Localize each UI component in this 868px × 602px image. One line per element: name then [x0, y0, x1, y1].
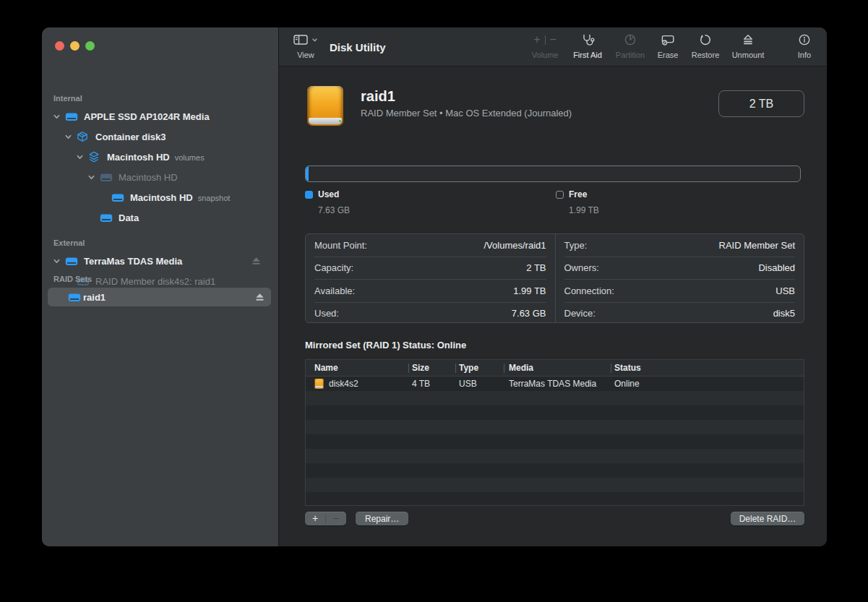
- restore-button[interactable]: Restore: [685, 32, 726, 59]
- sidebar-item-container-disk3[interactable]: Container disk3: [42, 126, 278, 147]
- chevron-down-icon[interactable]: [53, 257, 61, 265]
- main-pane: View Disk Utility + − Volume First Aid: [278, 27, 827, 546]
- legend-free: Free 1.99 TB: [556, 189, 599, 215]
- repair-button[interactable]: Repair…: [356, 512, 408, 525]
- volumes-stack-icon: [88, 151, 100, 163]
- detail-row: Mount Point:/Volumes/raid1: [314, 234, 546, 257]
- info-icon: [798, 33, 811, 46]
- detail-row: Connection:USB: [564, 280, 796, 303]
- sidebar-item-terramas[interactable]: TerraMas TDAS Media: [42, 251, 278, 271]
- close-button[interactable]: [55, 41, 64, 51]
- detail-row: Used:7.63 GB: [314, 303, 546, 325]
- column-header-type: Type: [459, 363, 478, 373]
- volume-button: + − Volume: [525, 32, 565, 59]
- column-divider: [504, 364, 504, 373]
- raid-set-status-title: Mirrored Set (RAID 1) Status: Online: [305, 340, 466, 351]
- volume-subtitle: RAID Member Set • Mac OS Extended (Journ…: [361, 108, 572, 119]
- disk-utility-window: Internal APPLE SSD AP1024R Media Contain…: [42, 27, 827, 546]
- column-header-name: Name: [314, 363, 338, 373]
- sidebar-item-macintosh-hd-dimmed[interactable]: Macintosh HD: [42, 167, 278, 187]
- column-divider: [611, 364, 611, 373]
- section-label-internal: Internal: [53, 94, 82, 103]
- erase-icon: [661, 34, 675, 46]
- first-aid-button[interactable]: First Aid: [567, 32, 608, 59]
- unmount-button[interactable]: Unmount: [728, 32, 768, 59]
- free-value: 1.99 TB: [569, 205, 599, 215]
- delete-raid-button[interactable]: Delete RAID…: [731, 512, 804, 525]
- item-tag: volumes: [175, 153, 205, 162]
- remove-member-button: −: [326, 512, 346, 525]
- minimize-button[interactable]: [70, 41, 80, 51]
- window-controls: [55, 41, 95, 51]
- column-header-media: Media: [509, 363, 533, 373]
- chevron-down-icon[interactable]: [76, 153, 84, 161]
- detail-row: Capacity:2 TB: [314, 257, 546, 280]
- sidebar-item-data[interactable]: Data: [42, 207, 278, 228]
- drive-icon: [65, 111, 78, 122]
- container-icon: [77, 131, 88, 142]
- details-left-column: Mount Point:/Volumes/raid1 Capacity:2 TB…: [306, 234, 555, 322]
- column-divider: [408, 364, 409, 373]
- used-swatch: [305, 191, 313, 199]
- view-button[interactable]: View: [289, 32, 322, 59]
- details-right-column: Type:RAID Member Set Owners:Disabled Con…: [555, 234, 804, 322]
- member-drive-icon: [314, 379, 324, 389]
- sidebar-toggle-icon: [293, 34, 308, 46]
- volume-drive-icon: [307, 86, 343, 126]
- column-header-size: Size: [412, 363, 429, 373]
- divider: [545, 35, 546, 45]
- free-swatch: [556, 191, 564, 199]
- size-badge: 2 TB: [718, 90, 804, 117]
- column-header-status: Status: [614, 363, 641, 373]
- chevron-down-icon[interactable]: [53, 113, 61, 121]
- eject-icon[interactable]: [252, 257, 261, 265]
- screen: Internal APPLE SSD AP1024R Media Contain…: [0, 0, 868, 602]
- usage-bar: [305, 165, 801, 182]
- partition-button: Partition: [610, 32, 650, 59]
- table-row[interactable]: disk4s2 4 TB USB TerraMas TDAS Media Onl…: [306, 377, 804, 391]
- add-member-button[interactable]: +: [305, 512, 325, 525]
- sidebar-item-apple-ssd[interactable]: APPLE SSD AP1024R Media: [42, 106, 278, 126]
- restore-arrow-icon: [699, 33, 712, 46]
- volume-plus-icon: +: [533, 34, 540, 46]
- sidebar-item-macintosh-hd-volumes[interactable]: Macintosh HDvolumes: [42, 147, 278, 167]
- legend-used: Used 7.63 GB: [305, 189, 350, 215]
- volume-minus-icon: −: [550, 34, 557, 46]
- partition-pie-icon: [624, 33, 637, 46]
- section-label-raid-sets: RAID Sets: [53, 275, 92, 283]
- chevron-down-icon[interactable]: [64, 133, 72, 141]
- usage-used-segment: [306, 166, 309, 181]
- unmount-eject-icon: [742, 34, 754, 46]
- detail-row: Device:disk5: [564, 303, 796, 325]
- detail-row: Owners:Disabled: [564, 257, 796, 280]
- sidebar-item-macintosh-hd-snapshot[interactable]: Macintosh HDsnapshot: [42, 187, 278, 207]
- drive-icon: [100, 212, 113, 223]
- drive-icon: [100, 172, 113, 183]
- eject-icon[interactable]: [255, 293, 265, 301]
- table-body: disk4s2 4 TB USB TerraMas TDAS Media Onl…: [306, 377, 804, 505]
- chevron-down-icon[interactable]: [87, 173, 95, 181]
- item-tag: snapshot: [198, 194, 231, 202]
- chevron-down-icon: [311, 37, 318, 43]
- sidebar: Internal APPLE SSD AP1024R Media Contain…: [42, 27, 278, 546]
- drive-base: [309, 118, 342, 124]
- detail-row: Type:RAID Member Set: [564, 234, 796, 257]
- zoom-button[interactable]: [85, 41, 95, 51]
- table-header: Name Size Type Media Status: [306, 360, 804, 377]
- app-title: Disk Utility: [330, 41, 386, 53]
- detail-row: Available:1.99 TB: [314, 280, 546, 303]
- info-button[interactable]: Info: [784, 32, 825, 59]
- column-divider: [455, 364, 456, 373]
- volume-title: raid1: [361, 88, 395, 105]
- drive-icon: [111, 192, 124, 203]
- toolbar: View Disk Utility + − Volume First Aid: [279, 27, 827, 66]
- sidebar-item-raid1-selected[interactable]: [48, 288, 271, 306]
- details-grid: Mount Point:/Volumes/raid1 Capacity:2 TB…: [305, 233, 804, 323]
- stethoscope-icon: [580, 33, 595, 46]
- section-label-external: External: [53, 238, 85, 247]
- drive-icon: [65, 256, 78, 267]
- drive-led: [339, 120, 341, 122]
- used-value: 7.63 GB: [318, 205, 350, 215]
- erase-button[interactable]: Erase: [648, 32, 688, 59]
- add-remove-member-control: + −: [305, 512, 346, 525]
